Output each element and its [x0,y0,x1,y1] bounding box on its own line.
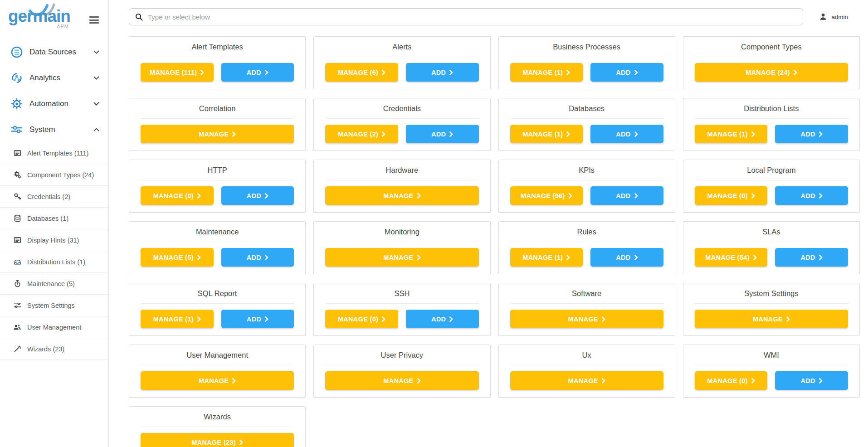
manage-button-label: MANAGE (2) [338,131,378,138]
chevron-right-icon [566,131,570,137]
add-button[interactable]: ADD [775,248,848,267]
sidebar-subitem-label: Distribution Lists (1) [27,258,85,266]
manage-button[interactable]: MANAGE (0) [695,371,768,390]
card-maintenance: Maintenance MANAGE (5) ADD [129,221,306,274]
key-icon [13,193,22,201]
manage-button[interactable]: MANAGE (1) [695,125,768,143]
manage-button[interactable]: MANAGE (1) [141,310,214,328]
add-button[interactable]: ADD [221,63,294,82]
card-wizards: Wizards MANAGE (23) ADD [129,406,306,447]
add-button[interactable]: ADD [590,63,663,82]
manage-button[interactable]: MANAGE [695,310,848,328]
sidebar-subitem-credentials-2[interactable]: Credentials (2) [0,186,108,208]
chevron-right-icon [566,70,570,75]
chevron-right-icon [239,440,243,445]
chevron-right-icon [569,193,572,199]
manage-button-label: MANAGE [753,316,783,323]
card-title: Rules [510,222,663,242]
sidebar-subitem-maintenance-5[interactable]: Maintenance (5) [0,273,108,295]
add-button-label: ADD [247,316,261,323]
card-title: Distribution Lists [695,98,848,119]
sidebar-subitem-distribution-lists-1[interactable]: Distribution Lists (1) [0,251,108,273]
manage-button[interactable]: MANAGE (0) [695,186,768,205]
sidebar-subitem-databases-1[interactable]: Databases (1) [0,208,108,229]
sidebar-subitem-system-settings[interactable]: System Settings [0,295,108,316]
add-button-label: ADD [431,131,446,138]
manage-button[interactable]: MANAGE (1) [510,63,583,82]
card-rules: Rules MANAGE (1) ADD [498,221,675,274]
manage-button[interactable]: MANAGE (24) [695,63,848,82]
list-icon [13,236,22,244]
manage-button[interactable]: MANAGE (1) [510,125,583,143]
sidebar-subitem-alert-templates-111[interactable]: Alert Templates (111) [0,142,108,164]
manage-button[interactable]: MANAGE (111) [141,63,214,82]
add-button[interactable]: ADD [590,186,663,205]
manage-button[interactable]: MANAGE [510,371,663,390]
add-button[interactable]: ADD [221,186,294,205]
system-icon [10,123,24,136]
manage-button[interactable]: MANAGE [325,186,478,205]
card-actions: MANAGE (54) ADD [695,248,848,267]
manage-button[interactable]: MANAGE (96) [510,186,583,205]
add-button[interactable]: ADD [590,248,663,267]
chevron-right-icon [417,378,421,384]
manage-button[interactable]: MANAGE [325,371,478,390]
manage-button[interactable]: MANAGE (23) [141,433,294,447]
add-button[interactable]: ADD [406,63,479,82]
add-button[interactable]: ADD [221,248,294,267]
chevron-right-icon [265,255,268,260]
wand-icon [13,345,22,353]
card-title: Maintenance [141,222,294,242]
add-button[interactable]: ADD [406,125,479,143]
sidebar-subitem-wizards-23[interactable]: Wizards (23) [0,338,108,360]
user-menu[interactable]: admin [819,13,868,21]
sidebar-subitem-component-types-24[interactable]: Component Types (24) [0,164,108,186]
manage-button[interactable]: MANAGE [141,371,294,390]
sidebar-subitem-display-hints-31[interactable]: Display Hints (31) [0,229,108,251]
list-icon [13,149,22,157]
card-correlation: Correlation MANAGE ADD [129,98,306,151]
chevron-right-icon [197,255,201,260]
add-button[interactable]: ADD [221,310,294,328]
manage-button-label: MANAGE (54) [705,254,750,261]
manage-button[interactable]: MANAGE (0) [325,310,398,328]
manage-button[interactable]: MANAGE (54) [695,248,768,267]
manage-button[interactable]: MANAGE [325,248,478,267]
chevron-right-icon [819,255,823,260]
sidebar-item-analytics[interactable]: Analytics [0,65,108,91]
chevron-right-icon [819,378,823,384]
manage-button-label: MANAGE [383,192,413,199]
manage-button[interactable]: MANAGE [141,125,294,143]
user-icon [819,13,827,21]
manage-button[interactable]: MANAGE (1) [510,248,583,267]
add-button-label: ADD [247,69,261,76]
sidebar-subitem-label: System Settings [27,302,75,309]
sidebar-item-data-sources[interactable]: Data Sources [0,39,108,65]
add-button[interactable]: ADD [406,310,479,328]
add-button[interactable]: ADD [775,186,848,205]
sidebar-item-system[interactable]: System [0,117,108,142]
card-actions: MANAGE (2) ADD [325,125,478,143]
add-button[interactable]: ADD [590,125,663,143]
add-button-label: ADD [431,69,446,76]
card-actions: MANAGE (0) ADD [325,310,478,328]
manage-button[interactable]: MANAGE (2) [325,125,398,143]
add-button[interactable]: ADD [775,371,848,390]
chevron-right-icon [232,131,236,137]
card-actions: MANAGE ADD [325,186,478,205]
manage-button[interactable]: MANAGE (5) [141,248,214,267]
card-title: Monitoring [325,222,478,242]
card-title: Wizards [141,407,294,427]
search-icon [135,13,143,21]
manage-button[interactable]: MANAGE (0) [141,186,214,205]
manage-button[interactable]: MANAGE (6) [325,63,398,82]
chevron-down-icon [93,102,99,106]
sidebar-subitem-user-management[interactable]: User Management [0,316,108,338]
chevron-right-icon [449,316,453,322]
card-actions: MANAGE (0) ADD [695,371,848,390]
sidebar-item-automation[interactable]: Automation [0,91,108,117]
search-input[interactable] [148,13,797,21]
manage-button[interactable]: MANAGE [510,310,663,328]
chevron-right-icon [602,378,605,384]
add-button[interactable]: ADD [775,125,848,143]
